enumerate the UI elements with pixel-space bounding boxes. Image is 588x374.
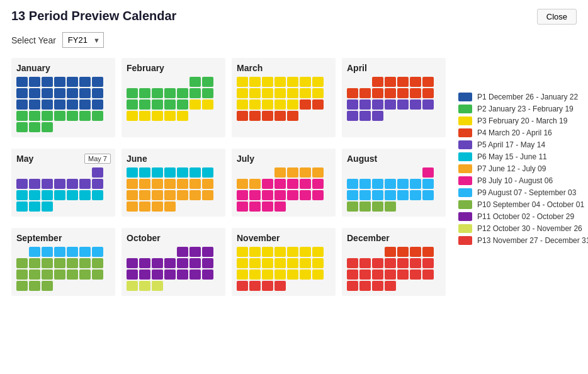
day-cell <box>274 167 286 178</box>
day-cell <box>202 99 213 110</box>
day-cell <box>92 201 103 212</box>
legend-item-p6: P6 May 15 - June 11 <box>458 152 588 161</box>
day-cell <box>127 281 138 291</box>
day-cell <box>262 269 273 280</box>
month-september: September <box>11 228 115 296</box>
day-cell <box>385 111 396 121</box>
day-cell <box>312 201 324 212</box>
legend-item-p12: P12 October 30 - November 26 <box>458 224 588 233</box>
month-april: April <box>342 58 446 137</box>
month-name-january: January <box>16 63 110 73</box>
day-cell <box>16 247 28 257</box>
day-cell <box>42 122 53 132</box>
month-name-october: October <box>127 233 220 243</box>
day-cell <box>139 167 150 178</box>
legend-panel: P1 December 26 - January 22P2 January 23… <box>452 93 588 296</box>
day-cell <box>202 190 213 200</box>
legend-item-p4: P4 March 20 - April 16 <box>458 128 588 137</box>
day-cell <box>189 88 201 98</box>
close-button[interactable]: Close <box>537 9 577 25</box>
day-cell <box>54 111 65 121</box>
day-cell <box>79 99 91 110</box>
day-cell <box>422 111 434 121</box>
day-cell <box>139 88 150 98</box>
day-cell <box>152 167 163 178</box>
day-cell <box>29 201 40 212</box>
day-cell <box>67 77 78 87</box>
day-cell <box>92 77 103 87</box>
day-cell <box>127 179 138 189</box>
day-cell <box>372 111 383 121</box>
day-cell <box>16 122 28 132</box>
day-cell <box>152 99 163 110</box>
day-cell <box>177 247 188 257</box>
day-cell <box>274 269 286 280</box>
day-cell <box>177 201 188 212</box>
day-cell <box>262 258 273 268</box>
day-cell <box>312 190 324 200</box>
day-cell <box>372 88 383 98</box>
day-cell <box>359 281 371 291</box>
day-cell <box>127 88 138 98</box>
day-cell <box>164 269 176 280</box>
day-cell <box>347 77 358 87</box>
day-cell <box>164 167 176 178</box>
legend-color-p6 <box>458 152 472 161</box>
day-cell <box>139 258 150 268</box>
day-cell <box>262 281 273 291</box>
cal-july <box>237 167 331 212</box>
day-cell <box>237 167 248 178</box>
day-cell <box>372 247 383 257</box>
day-cell <box>42 77 53 87</box>
day-cell <box>410 258 421 268</box>
legend-color-p3 <box>458 116 472 125</box>
day-cell <box>164 281 176 291</box>
day-cell <box>359 190 371 200</box>
legend-color-p13 <box>458 236 472 245</box>
day-cell <box>177 269 188 280</box>
day-cell <box>42 190 53 200</box>
month-name-june: June <box>127 154 220 164</box>
main-content: January <box>11 58 577 296</box>
day-cell <box>54 190 65 200</box>
legend-label-p1: P1 December 26 - January 22 <box>477 93 578 101</box>
day-cell <box>372 167 383 178</box>
year-select[interactable]: FY21 FY22 FY23 <box>62 32 104 48</box>
day-cell <box>79 201 91 212</box>
day-cell <box>237 269 248 280</box>
day-cell <box>127 190 138 200</box>
legend-color-p10 <box>458 200 472 209</box>
day-cell <box>42 167 53 178</box>
day-cell <box>29 258 40 268</box>
month-name-august: August <box>347 154 441 164</box>
legend-label-p9: P9 August 07 - September 03 <box>477 188 576 197</box>
cal-april <box>347 77 441 121</box>
legend-label-p7: P7 June 12 - July 09 <box>477 164 546 173</box>
day-cell <box>347 201 358 212</box>
day-cell <box>29 122 40 132</box>
day-cell <box>312 258 324 268</box>
day-cell <box>410 281 421 291</box>
day-cell <box>287 88 298 98</box>
day-cell <box>54 88 65 98</box>
day-cell <box>189 281 201 291</box>
day-cell <box>359 269 371 280</box>
day-cell <box>202 179 213 189</box>
day-cell <box>202 247 213 257</box>
day-cell <box>92 99 103 110</box>
legend-item-p5: P5 April 17 - May 14 <box>458 140 588 149</box>
day-cell <box>79 88 91 98</box>
day-cell <box>249 269 261 280</box>
day-cell <box>372 269 383 280</box>
day-cell <box>152 190 163 200</box>
day-cell <box>300 247 311 257</box>
day-cell <box>152 247 163 257</box>
day-cell <box>237 281 248 291</box>
day-cell <box>16 258 28 268</box>
day-cell <box>152 269 163 280</box>
day-cell <box>347 258 358 268</box>
day-cell <box>127 167 138 178</box>
month-name-february: February <box>127 63 220 73</box>
day-cell <box>274 111 286 121</box>
day-cell <box>29 281 40 291</box>
